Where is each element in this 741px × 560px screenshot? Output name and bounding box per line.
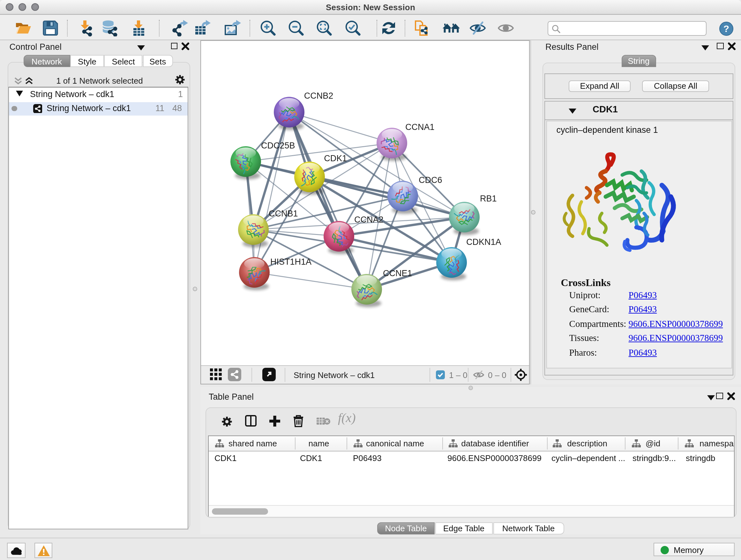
svg-text:CCNB2: CCNB2 (304, 91, 333, 101)
svg-text:HIST1H1A: HIST1H1A (270, 257, 311, 266)
svg-text:CCNA1: CCNA1 (405, 122, 434, 132)
svg-text:CDKN1A: CDKN1A (466, 237, 501, 247)
svg-text:CDC25B: CDC25B (261, 141, 295, 150)
svg-text:CDK1: CDK1 (324, 153, 347, 163)
svg-text:CCNA2: CCNA2 (354, 215, 383, 225)
svg-text:CCNE1: CCNE1 (383, 268, 412, 278)
svg-text:CDC6: CDC6 (418, 175, 442, 185)
svg-text:?: ? (724, 23, 729, 34)
svg-text:RB1: RB1 (480, 194, 496, 203)
svg-text:CCNB1: CCNB1 (268, 209, 298, 219)
